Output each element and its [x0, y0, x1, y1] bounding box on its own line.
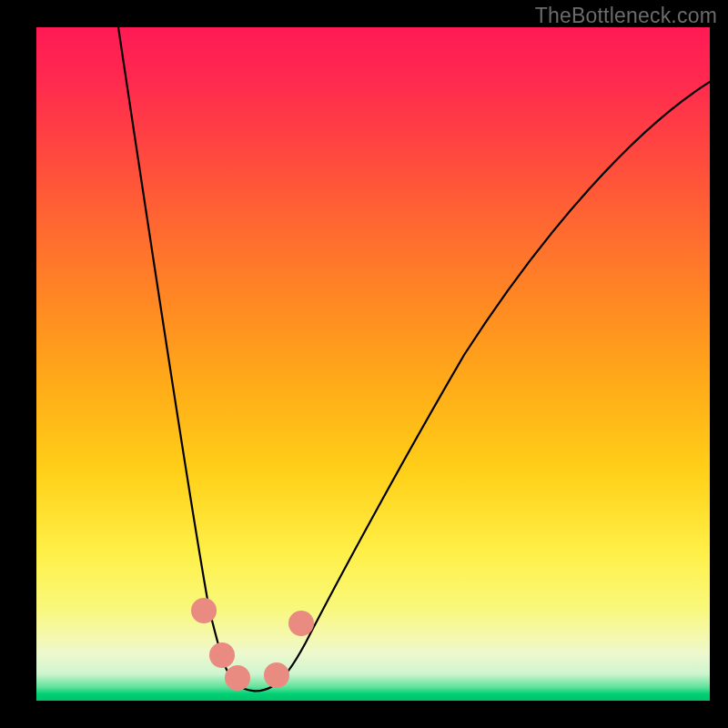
- chart-frame: TheBottleneck.com: [0, 0, 728, 728]
- curve-layer: [36, 27, 710, 701]
- curve-markers: [191, 598, 314, 691]
- attribution-text: TheBottleneck.com: [535, 4, 717, 28]
- bottleneck-curve: [118, 27, 710, 691]
- plot-area: [36, 27, 710, 701]
